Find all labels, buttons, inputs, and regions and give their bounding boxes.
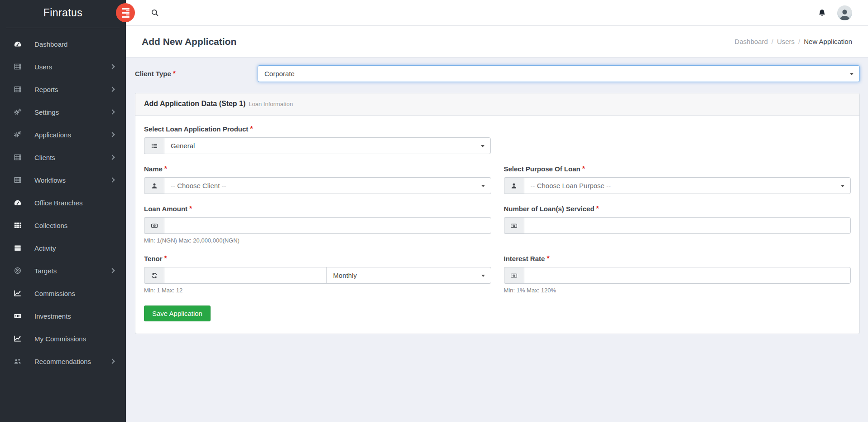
topbar-actions xyxy=(818,5,852,20)
chart-line-icon xyxy=(14,289,22,297)
chevron-down-icon xyxy=(481,275,485,277)
chevron-right-icon xyxy=(110,87,115,92)
sidebar-item-activity[interactable]: Activity xyxy=(6,237,120,259)
content-area: Client Type* Corporate Add Application D… xyxy=(126,58,868,422)
search-icon[interactable] xyxy=(151,9,159,17)
breadcrumb-users[interactable]: Users xyxy=(777,38,795,45)
breadcrumb: Dashboard / Users / New Application xyxy=(734,38,852,45)
table-icon xyxy=(14,153,22,161)
table-icon xyxy=(14,85,22,93)
chevron-down-icon xyxy=(481,185,485,187)
sidebar-item-workflows[interactable]: Workflows xyxy=(6,169,120,191)
required-asterisk: * xyxy=(189,205,192,213)
loan-amount-hint: Min: 1(NGN) Max: 20,000,000(NGN) xyxy=(144,237,491,244)
chevron-down-icon xyxy=(481,145,484,147)
application-data-panel: Add Application Data (Step 1) Loan Infor… xyxy=(135,93,860,334)
required-asterisk: * xyxy=(596,205,599,213)
sidebar-menu: Dashboard Users Reports Settings Applica… xyxy=(6,28,120,373)
menu-bar-icon xyxy=(122,8,129,10)
field-tenor: Tenor* Monthly Min: 1 Max: 12 xyxy=(144,255,491,294)
loan-amount-label: Loan Amount xyxy=(144,205,187,213)
tenor-input[interactable] xyxy=(164,267,327,284)
gears-icon xyxy=(14,131,22,139)
loan-amount-input[interactable] xyxy=(164,217,491,234)
interest-rate-label: Interest Rate xyxy=(504,255,545,262)
required-asterisk: * xyxy=(547,255,549,262)
loans-serviced-label: Number of Loan(s) Serviced xyxy=(504,205,595,213)
page-header: Add New Application Dashboard / Users / … xyxy=(126,26,868,58)
dashboard-icon xyxy=(14,199,22,207)
chevron-right-icon xyxy=(110,155,115,160)
client-type-select[interactable]: Corporate xyxy=(258,65,860,82)
purpose-select[interactable]: -- Choose Loan Purpose -- xyxy=(524,177,851,194)
sidebar-item-dashboard[interactable]: Dashboard xyxy=(6,33,120,55)
chevron-right-icon xyxy=(110,132,115,137)
product-select[interactable]: General xyxy=(164,137,491,154)
user-avatar[interactable] xyxy=(837,5,852,20)
sidebar-item-applications[interactable]: Applications xyxy=(6,123,120,146)
required-asterisk: * xyxy=(250,125,253,133)
field-interest-rate: Interest Rate* Min: 1% Max: 120% xyxy=(504,255,851,294)
bullseye-icon xyxy=(14,267,22,275)
product-label: Select Loan Application Product xyxy=(144,125,248,133)
notifications-bell-icon[interactable] xyxy=(818,9,826,17)
sidebar-item-settings[interactable]: Settings xyxy=(6,101,120,123)
sidebar-item-my-commissions[interactable]: My Commissions xyxy=(6,327,120,350)
banknote-icon xyxy=(504,267,524,284)
panel-header: Add Application Data (Step 1) Loan Infor… xyxy=(135,93,859,116)
chevron-right-icon xyxy=(110,359,115,364)
loans-serviced-input[interactable] xyxy=(524,217,851,234)
chevron-right-icon xyxy=(110,64,115,69)
menu-bar-icon xyxy=(126,10,129,11)
chevron-right-icon xyxy=(110,109,115,114)
field-loan-amount: Loan Amount* Min: 1(NGN) Max: 20,000,000… xyxy=(144,205,491,244)
breadcrumb-separator: / xyxy=(798,38,800,45)
banknote-icon xyxy=(504,217,524,234)
interest-rate-input[interactable] xyxy=(524,267,851,284)
chevron-down-icon xyxy=(850,73,854,75)
sidebar-item-collections[interactable]: Collections xyxy=(6,214,120,237)
application-window: Finratus Dashboard Users Reports Setting… xyxy=(0,0,868,422)
table-icon xyxy=(14,63,22,71)
topbar xyxy=(126,0,868,26)
sidebar-item-investments[interactable]: Investments xyxy=(6,305,120,327)
list-ul-icon xyxy=(144,137,164,154)
list-bars-icon xyxy=(14,244,22,252)
panel-subtitle: Loan Information xyxy=(249,101,293,107)
interest-rate-hint: Min: 1% Max: 120% xyxy=(504,287,851,294)
required-asterisk: * xyxy=(164,165,167,173)
client-select[interactable]: -- Choose Client -- xyxy=(164,177,491,194)
tenor-period-select[interactable]: Monthly xyxy=(326,267,491,284)
menu-bar-icon xyxy=(122,12,129,14)
client-type-label-box: Client Type* xyxy=(135,70,258,78)
gears-icon xyxy=(14,108,22,116)
chevron-right-icon xyxy=(110,177,115,182)
user-icon xyxy=(504,177,524,194)
sidebar-item-clients[interactable]: Clients xyxy=(6,146,120,169)
sidebar-item-commissions[interactable]: Commissions xyxy=(6,282,120,305)
chevron-right-icon xyxy=(110,268,115,273)
required-asterisk: * xyxy=(164,255,167,262)
money-icon xyxy=(14,312,22,320)
refresh-icon xyxy=(144,267,164,284)
breadcrumb-dashboard[interactable]: Dashboard xyxy=(734,38,767,45)
breadcrumb-separator: / xyxy=(772,38,773,45)
sidebar-item-reports[interactable]: Reports xyxy=(6,78,120,101)
sidebar-item-office-branches[interactable]: Office Branches xyxy=(6,191,120,214)
table-icon xyxy=(14,176,22,184)
sidebar-item-users[interactable]: Users xyxy=(6,55,120,78)
required-asterisk: * xyxy=(582,165,585,173)
sidebar-item-recommendations[interactable]: Recommendations xyxy=(6,350,120,373)
banknote-icon xyxy=(144,217,164,234)
panel-title: Add Application Data (Step 1) xyxy=(144,100,245,108)
table-solid-icon xyxy=(14,221,22,229)
client-type-row: Client Type* Corporate xyxy=(135,65,860,82)
sidebar-item-targets[interactable]: Targets xyxy=(6,259,120,282)
chevron-down-icon xyxy=(841,185,844,187)
save-application-button[interactable]: Save Application xyxy=(144,306,211,321)
sidebar-toggle-button[interactable] xyxy=(116,3,135,22)
chart-line-icon xyxy=(14,335,22,343)
name-label: Name xyxy=(144,165,163,173)
field-product: Select Loan Application Product* General xyxy=(144,125,491,154)
sidebar: Finratus Dashboard Users Reports Setting… xyxy=(0,0,126,422)
